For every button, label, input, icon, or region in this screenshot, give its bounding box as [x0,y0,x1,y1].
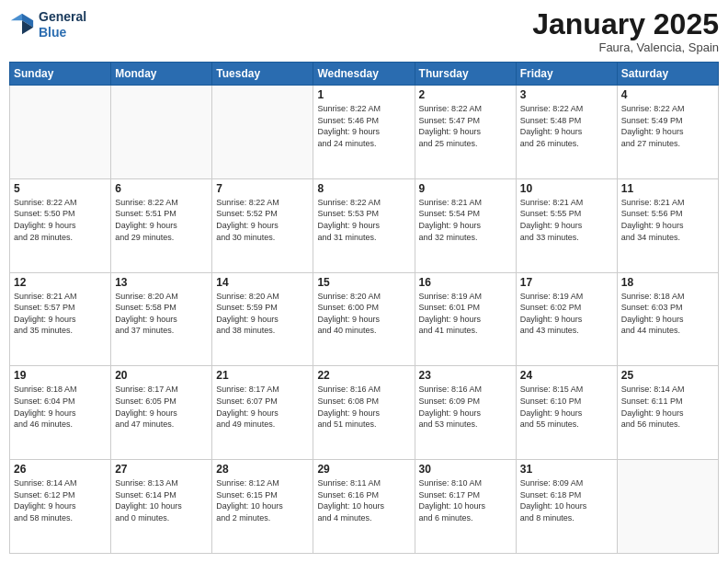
header: General Blue January 2025 Faura, Valenci… [9,9,719,54]
day-number: 4 [621,88,714,101]
calendar-cell: 30Sunrise: 8:10 AM Sunset: 6:17 PM Dayli… [415,460,516,554]
calendar-cell: 7Sunrise: 8:22 AM Sunset: 5:52 PM Daylig… [212,178,313,272]
calendar-cell: 28Sunrise: 8:12 AM Sunset: 6:15 PM Dayli… [212,460,313,554]
day-info: Sunrise: 8:21 AM Sunset: 5:57 PM Dayligh… [14,291,107,337]
day-header-monday: Monday [111,63,212,86]
day-number: 2 [419,88,512,101]
calendar-cell: 26Sunrise: 8:14 AM Sunset: 6:12 PM Dayli… [10,460,111,554]
day-info: Sunrise: 8:22 AM Sunset: 5:47 PM Dayligh… [419,103,512,149]
day-number: 8 [317,182,410,195]
calendar-cell: 5Sunrise: 8:22 AM Sunset: 5:50 PM Daylig… [10,178,111,272]
calendar-cell: 4Sunrise: 8:22 AM Sunset: 5:49 PM Daylig… [617,86,718,179]
day-number: 13 [115,276,208,289]
day-number: 10 [520,182,613,195]
calendar-week-4: 19Sunrise: 8:18 AM Sunset: 6:04 PM Dayli… [10,366,719,460]
calendar-cell: 19Sunrise: 8:18 AM Sunset: 6:04 PM Dayli… [10,366,111,460]
day-info: Sunrise: 8:22 AM Sunset: 5:50 PM Dayligh… [14,197,107,243]
day-info: Sunrise: 8:13 AM Sunset: 6:14 PM Dayligh… [115,477,208,523]
svg-marker-2 [11,14,22,20]
day-number: 31 [520,463,613,476]
day-info: Sunrise: 8:16 AM Sunset: 6:09 PM Dayligh… [419,384,512,430]
day-number: 20 [115,369,208,382]
day-number: 19 [14,369,107,382]
day-number: 24 [520,369,613,382]
calendar-cell [10,86,111,179]
calendar-week-5: 26Sunrise: 8:14 AM Sunset: 6:12 PM Dayli… [10,460,719,554]
day-info: Sunrise: 8:22 AM Sunset: 5:53 PM Dayligh… [317,197,410,243]
calendar-cell: 11Sunrise: 8:21 AM Sunset: 5:56 PM Dayli… [617,178,718,272]
day-info: Sunrise: 8:20 AM Sunset: 5:58 PM Dayligh… [115,291,208,337]
day-info: Sunrise: 8:17 AM Sunset: 6:05 PM Dayligh… [115,384,208,430]
calendar-cell: 1Sunrise: 8:22 AM Sunset: 5:46 PM Daylig… [313,86,415,179]
logo-icon [9,12,35,38]
calendar-cell: 25Sunrise: 8:14 AM Sunset: 6:11 PM Dayli… [617,366,718,460]
calendar-cell: 9Sunrise: 8:21 AM Sunset: 5:54 PM Daylig… [415,178,516,272]
day-number: 25 [621,369,714,382]
logo: General Blue [9,9,86,40]
day-number: 26 [14,463,107,476]
day-info: Sunrise: 8:17 AM Sunset: 6:07 PM Dayligh… [216,384,309,430]
day-number: 1 [317,88,410,101]
logo-text: General Blue [39,9,86,40]
day-info: Sunrise: 8:12 AM Sunset: 6:15 PM Dayligh… [216,477,309,523]
calendar-cell: 20Sunrise: 8:17 AM Sunset: 6:05 PM Dayli… [111,366,212,460]
day-info: Sunrise: 8:19 AM Sunset: 6:01 PM Dayligh… [419,291,512,337]
day-number: 17 [520,276,613,289]
day-info: Sunrise: 8:21 AM Sunset: 5:54 PM Dayligh… [419,197,512,243]
calendar-cell: 2Sunrise: 8:22 AM Sunset: 5:47 PM Daylig… [415,86,516,179]
calendar-cell: 12Sunrise: 8:21 AM Sunset: 5:57 PM Dayli… [10,272,111,366]
day-info: Sunrise: 8:16 AM Sunset: 6:08 PM Dayligh… [317,384,410,430]
calendar-cell: 29Sunrise: 8:11 AM Sunset: 6:16 PM Dayli… [313,460,415,554]
day-number: 23 [419,369,512,382]
day-number: 11 [621,182,714,195]
day-number: 3 [520,88,613,101]
day-number: 22 [317,369,410,382]
title-area: January 2025 Faura, Valencia, Spain [532,9,719,54]
calendar-cell: 23Sunrise: 8:16 AM Sunset: 6:09 PM Dayli… [415,366,516,460]
day-info: Sunrise: 8:11 AM Sunset: 6:16 PM Dayligh… [317,477,410,523]
day-number: 18 [621,276,714,289]
calendar-cell: 13Sunrise: 8:20 AM Sunset: 5:58 PM Dayli… [111,272,212,366]
calendar-cell: 10Sunrise: 8:21 AM Sunset: 5:55 PM Dayli… [516,178,617,272]
day-info: Sunrise: 8:22 AM Sunset: 5:46 PM Dayligh… [317,103,410,149]
calendar-table: SundayMondayTuesdayWednesdayThursdayFrid… [9,62,719,554]
calendar-cell [212,86,313,179]
calendar-cell: 27Sunrise: 8:13 AM Sunset: 6:14 PM Dayli… [111,460,212,554]
day-info: Sunrise: 8:22 AM Sunset: 5:51 PM Dayligh… [115,197,208,243]
day-info: Sunrise: 8:20 AM Sunset: 5:59 PM Dayligh… [216,291,309,337]
day-number: 5 [14,182,107,195]
calendar-week-1: 1Sunrise: 8:22 AM Sunset: 5:46 PM Daylig… [10,86,719,179]
day-number: 9 [419,182,512,195]
page: General Blue January 2025 Faura, Valenci… [0,0,728,563]
day-info: Sunrise: 8:10 AM Sunset: 6:17 PM Dayligh… [419,477,512,523]
calendar-cell: 24Sunrise: 8:15 AM Sunset: 6:10 PM Dayli… [516,366,617,460]
calendar-cell: 8Sunrise: 8:22 AM Sunset: 5:53 PM Daylig… [313,178,415,272]
day-info: Sunrise: 8:22 AM Sunset: 5:52 PM Dayligh… [216,197,309,243]
calendar-cell: 21Sunrise: 8:17 AM Sunset: 6:07 PM Dayli… [212,366,313,460]
day-number: 12 [14,276,107,289]
day-info: Sunrise: 8:22 AM Sunset: 5:48 PM Dayligh… [520,103,613,149]
day-info: Sunrise: 8:19 AM Sunset: 6:02 PM Dayligh… [520,291,613,337]
day-number: 27 [115,463,208,476]
calendar-cell: 16Sunrise: 8:19 AM Sunset: 6:01 PM Dayli… [415,272,516,366]
day-number: 21 [216,369,309,382]
day-number: 16 [419,276,512,289]
day-info: Sunrise: 8:20 AM Sunset: 6:00 PM Dayligh… [317,291,410,337]
month-title: January 2025 [532,9,719,39]
calendar-cell: 17Sunrise: 8:19 AM Sunset: 6:02 PM Dayli… [516,272,617,366]
day-info: Sunrise: 8:15 AM Sunset: 6:10 PM Dayligh… [520,384,613,430]
calendar-cell [111,86,212,179]
calendar-cell: 31Sunrise: 8:09 AM Sunset: 6:18 PM Dayli… [516,460,617,554]
calendar-cell: 22Sunrise: 8:16 AM Sunset: 6:08 PM Dayli… [313,366,415,460]
day-header-sunday: Sunday [10,63,111,86]
day-number: 6 [115,182,208,195]
day-header-wednesday: Wednesday [313,63,415,86]
calendar-header-row: SundayMondayTuesdayWednesdayThursdayFrid… [10,63,719,86]
calendar-week-2: 5Sunrise: 8:22 AM Sunset: 5:50 PM Daylig… [10,178,719,272]
day-header-friday: Friday [516,63,617,86]
day-info: Sunrise: 8:14 AM Sunset: 6:12 PM Dayligh… [14,477,107,523]
day-number: 28 [216,463,309,476]
calendar-week-3: 12Sunrise: 8:21 AM Sunset: 5:57 PM Dayli… [10,272,719,366]
calendar-cell: 6Sunrise: 8:22 AM Sunset: 5:51 PM Daylig… [111,178,212,272]
day-info: Sunrise: 8:14 AM Sunset: 6:11 PM Dayligh… [621,384,714,430]
